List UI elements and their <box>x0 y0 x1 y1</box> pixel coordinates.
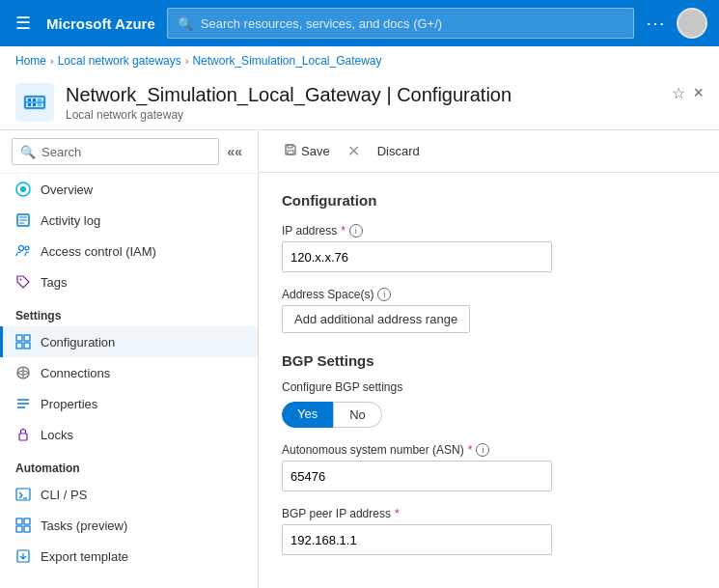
breadcrumb-home[interactable]: Home <box>15 54 46 68</box>
add-address-range-button[interactable]: Add additional address range <box>282 305 470 333</box>
svg-rect-17 <box>16 335 22 341</box>
settings-section-header: Settings <box>0 297 258 326</box>
svg-point-15 <box>25 246 29 250</box>
svg-rect-26 <box>19 434 27 440</box>
sidebar-item-cli-ps[interactable]: CLI / PS <box>0 479 258 510</box>
breadcrumb-sep-2: › <box>185 55 189 67</box>
svg-rect-35 <box>288 151 293 154</box>
breadcrumb: Home › Local network gateways › Network_… <box>0 46 719 75</box>
toggle-no-option[interactable]: No <box>333 402 382 428</box>
ip-address-group: IP address * i <box>282 224 696 272</box>
address-spaces-info-icon[interactable]: i <box>377 288 391 301</box>
address-spaces-group: Address Space(s) i Add additional addres… <box>282 288 696 333</box>
global-search-bar[interactable]: 🔍 Search resources, services, and docs (… <box>167 8 634 39</box>
sidebar-item-tasks-label: Tasks (preview) <box>41 518 127 533</box>
bgp-toggle[interactable]: Yes No <box>282 402 382 428</box>
asn-input[interactable] <box>282 461 552 491</box>
sidebar-item-export-template[interactable]: Export template <box>0 541 258 572</box>
more-options-icon[interactable]: ⋯ <box>646 12 665 35</box>
svg-rect-4 <box>33 98 36 101</box>
breadcrumb-parent[interactable]: Local network gateways <box>58 54 181 68</box>
ip-address-input[interactable] <box>282 241 552 272</box>
svg-rect-20 <box>24 343 30 349</box>
breadcrumb-current[interactable]: Network_Simulation_Local_Gateway <box>192 54 381 68</box>
resource-icon <box>15 83 54 122</box>
svg-rect-32 <box>24 526 30 532</box>
save-button[interactable]: Save <box>274 138 340 164</box>
svg-rect-7 <box>38 98 41 106</box>
configuration-icon <box>15 334 31 350</box>
sidebar-item-access-control-label: Access control (IAM) <box>41 244 156 259</box>
svg-rect-19 <box>16 343 22 349</box>
page-subtitle: Local network gateway <box>66 108 660 122</box>
search-icon: 🔍 <box>178 16 193 31</box>
page-title: Network_Simulation_Local_Gateway | Confi… <box>66 83 660 106</box>
sidebar-search-icon: 🔍 <box>20 145 36 159</box>
sidebar-item-locks-label: Locks <box>41 428 73 442</box>
main-container: Home › Local network gateways › Network_… <box>0 46 719 588</box>
asn-info-icon[interactable]: i <box>476 443 489 457</box>
page-header: Network_Simulation_Local_Gateway | Confi… <box>0 75 719 130</box>
svg-rect-29 <box>16 518 22 524</box>
sidebar-search-box[interactable]: 🔍 Search <box>12 138 219 165</box>
sidebar-search-placeholder: Search <box>41 145 81 159</box>
asn-group: Autonomous system number (ASN) * i <box>282 443 696 491</box>
toggle-yes-option[interactable]: Yes <box>282 402 333 428</box>
access-control-icon <box>15 243 31 259</box>
toolbar-sep: ✕ <box>347 142 360 160</box>
svg-rect-36 <box>288 145 292 148</box>
sidebar-item-locks[interactable]: Locks <box>0 419 258 450</box>
favorite-button[interactable]: ☆ <box>672 84 685 102</box>
sidebar-item-access-control[interactable]: Access control (IAM) <box>0 236 258 266</box>
sidebar-item-activity-log-label: Activity log <box>41 213 100 228</box>
sidebar-search-area: 🔍 Search «« <box>0 130 258 174</box>
bgp-section-title: BGP Settings <box>282 352 696 369</box>
user-avatar[interactable] <box>677 8 707 39</box>
content-area: Save ✕ Discard Configuration IP address … <box>259 130 719 588</box>
asn-required-star: * <box>468 443 473 457</box>
svg-point-16 <box>20 279 22 281</box>
svg-rect-6 <box>33 103 36 106</box>
svg-point-14 <box>19 246 24 251</box>
svg-rect-30 <box>24 518 30 524</box>
connections-icon <box>15 365 31 380</box>
breadcrumb-sep-1: › <box>50 55 54 67</box>
activity-log-icon <box>15 212 31 228</box>
address-spaces-label: Address Space(s) i <box>282 288 696 301</box>
overview-icon <box>15 182 31 197</box>
sidebar-item-properties[interactable]: Properties <box>0 388 258 419</box>
bgp-peer-required-star: * <box>395 507 400 520</box>
body-layout: 🔍 Search «« Overview Activity log <box>0 130 719 588</box>
asn-label: Autonomous system number (ASN) * i <box>282 443 696 457</box>
tasks-icon <box>15 518 31 533</box>
svg-rect-5 <box>28 103 31 106</box>
sidebar-item-activity-log[interactable]: Activity log <box>0 205 258 236</box>
svg-point-9 <box>20 186 26 192</box>
discard-button[interactable]: Discard <box>368 139 429 163</box>
close-button[interactable]: × <box>693 83 704 103</box>
sidebar-item-connections-label: Connections <box>41 366 110 380</box>
sidebar-item-connections[interactable]: Connections <box>0 357 258 388</box>
sidebar-item-configuration-label: Configuration <box>41 335 115 350</box>
page-header-text: Network_Simulation_Local_Gateway | Confi… <box>66 83 660 122</box>
ip-required-star: * <box>341 224 346 238</box>
bgp-toggle-group: Yes No <box>282 402 696 428</box>
ip-info-icon[interactable]: i <box>349 224 363 238</box>
sidebar-item-overview[interactable]: Overview <box>0 174 258 205</box>
discard-label: Discard <box>377 144 420 158</box>
sidebar-item-overview-label: Overview <box>41 182 93 197</box>
global-search-placeholder: Search resources, services, and docs (G+… <box>201 16 442 31</box>
sidebar-item-tasks-preview[interactable]: Tasks (preview) <box>0 510 258 541</box>
bgp-peer-ip-label: BGP peer IP address * <box>282 507 696 520</box>
bgp-peer-ip-input[interactable] <box>282 524 552 555</box>
export-icon <box>15 548 31 564</box>
collapse-sidebar-button[interactable]: «« <box>223 140 246 163</box>
top-bar: ☰ Microsoft Azure 🔍 Search resources, se… <box>0 0 719 46</box>
hamburger-menu[interactable]: ☰ <box>12 9 35 38</box>
content-body: Configuration IP address * i Address Spa… <box>259 173 719 588</box>
svg-rect-31 <box>16 526 22 532</box>
page-header-actions: ☆ × <box>672 83 704 103</box>
sidebar-item-configuration[interactable]: Configuration <box>0 326 258 357</box>
sidebar-item-cli-ps-label: CLI / PS <box>41 488 87 502</box>
sidebar-item-tags[interactable]: Tags <box>0 266 258 297</box>
